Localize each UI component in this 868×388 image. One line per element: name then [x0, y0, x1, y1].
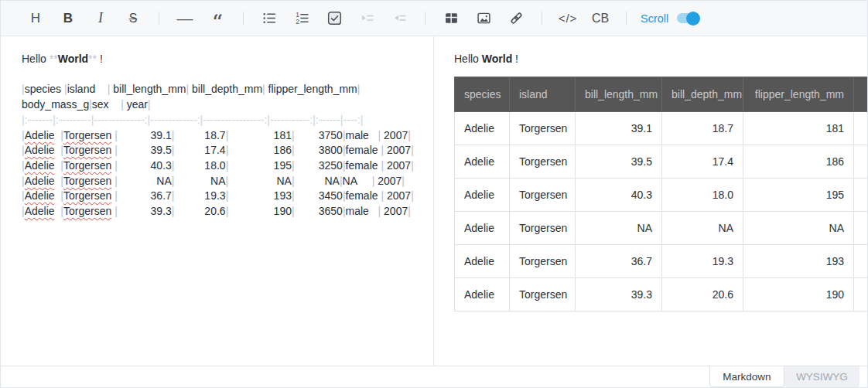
markdown-marker: |: [357, 83, 361, 95]
text-segment: World: [58, 53, 88, 65]
preview-pane: Hello World ! speciesislandbill_length_m…: [434, 36, 867, 366]
table-cell: Adelie: [455, 244, 510, 277]
markdown-marker: **: [50, 53, 58, 65]
text-segment: male: [346, 205, 378, 217]
table-row: AdelieTorgersen39.517.41863800: [455, 145, 868, 178]
misspelled-word: Adelie: [25, 189, 55, 202]
code-block-button[interactable]: CB: [589, 7, 612, 30]
link-button[interactable]: [504, 7, 528, 30]
table-button[interactable]: [439, 7, 463, 30]
column-header: bill_depth_mm: [662, 77, 743, 111]
text-segment: 18.0: [174, 159, 225, 172]
quote-button[interactable]: “: [206, 7, 229, 30]
italic-icon: I: [98, 10, 103, 26]
scroll-toggle[interactable]: [677, 13, 699, 23]
indent-button: [355, 7, 378, 30]
text-segment: 2007: [381, 205, 408, 217]
table-cell: NA: [854, 211, 868, 244]
text-segment: male: [346, 129, 378, 141]
text-segment: World: [482, 53, 512, 65]
horizontal-rule-button[interactable]: —: [173, 7, 196, 30]
text-segment: female: [346, 144, 381, 156]
italic-button[interactable]: I: [89, 7, 112, 30]
text-segment: 181: [228, 129, 292, 141]
preview-table: speciesislandbill_length_mmbill_depth_mm…: [454, 77, 867, 311]
markdown-line: |Adelie |Torgersen | 40.3| 18.0| 195| 32…: [22, 158, 422, 174]
text-segment: 18.7: [174, 129, 225, 141]
text-segment: 39.5: [118, 144, 172, 156]
table-row: AdelieTorgersenNANANANA: [455, 211, 868, 244]
table-cell: NA: [662, 211, 743, 244]
misspelled-word: Torgersen: [63, 159, 111, 172]
table-cell: 3750: [854, 111, 868, 145]
markdown-line: |Adelie |Torgersen | 39.1| 18.7| 181| 37…: [22, 128, 422, 144]
table-cell: Adelie: [455, 178, 510, 211]
code-block-icon: CB: [592, 12, 609, 26]
outdent-button: [388, 7, 411, 30]
misspelled-word: Adelie: [25, 205, 55, 217]
link-icon: [509, 11, 524, 26]
editor-content: Hello **World** !|species |island | bill…: [1, 36, 867, 366]
ordered-list-icon: 12: [295, 11, 309, 26]
ordered-list-button[interactable]: 12: [290, 7, 313, 30]
text-segment: 39.1: [118, 129, 172, 141]
table-cell: 3800: [854, 145, 868, 178]
table-row: AdelieTorgersen36.719.31933450: [455, 244, 868, 277]
misspelled-word: Torgersen: [63, 189, 111, 202]
toolbar-divider: [626, 12, 627, 25]
table-cell: 181: [743, 111, 854, 145]
image-button[interactable]: [472, 7, 495, 30]
markdown-line: |Adelie |Torgersen | NA| NA| NA| NA|NA |…: [22, 174, 422, 189]
text-segment: NA: [295, 175, 340, 187]
table-row: AdelieTorgersen39.118.71813750: [455, 111, 868, 145]
markdown-marker: **: [88, 53, 97, 65]
text-segment: 19.3: [174, 189, 225, 202]
table-cell: 40.3: [576, 178, 662, 211]
indent-icon: [360, 11, 374, 26]
markdown-marker: |: [411, 144, 414, 156]
table-cell: 3250: [854, 178, 868, 211]
text-segment: 193: [228, 189, 292, 202]
scroll-label: Scroll: [641, 12, 668, 25]
table-cell: 195: [743, 178, 854, 211]
text-segment: body_mass_g: [22, 98, 89, 111]
headings-button[interactable]: H: [24, 7, 47, 30]
column-header: flipper_length_mm: [743, 77, 854, 111]
inline-code-button[interactable]: </>: [556, 7, 579, 30]
table-cell: NA: [576, 211, 662, 244]
text-segment: NA: [174, 175, 225, 187]
markdown-marker: |: [402, 175, 405, 187]
markdown-marker: |: [411, 159, 414, 172]
check-list-button[interactable]: [323, 7, 346, 30]
image-icon: [477, 11, 491, 26]
text-segment: year: [124, 98, 148, 111]
table-cell: 17.4: [662, 145, 743, 178]
text-segment: 3750: [295, 129, 343, 141]
text-segment: 39.3: [118, 205, 172, 217]
tab-wysiwyg[interactable]: WYSIWYG: [784, 366, 859, 387]
strikethrough-button[interactable]: S: [121, 7, 145, 30]
table-cell: 36.7: [576, 244, 662, 277]
misspelled-word: Torgersen: [63, 205, 111, 217]
markdown-marker: |: [408, 129, 411, 141]
bold-button[interactable]: B: [56, 7, 80, 30]
footer-tab-bar: MarkdownWYSIWYG: [1, 366, 867, 387]
table-cell: Torgersen: [510, 277, 576, 311]
outdent-icon: [392, 11, 407, 26]
tab-markdown[interactable]: Markdown: [709, 366, 784, 387]
text-segment: bill_length_mm: [110, 83, 186, 95]
markdown-marker: |: [148, 98, 151, 111]
text-segment: sex: [92, 98, 121, 111]
unordered-list-button[interactable]: [258, 7, 281, 30]
text-segment: Hello: [22, 53, 50, 65]
table-cell: Torgersen: [510, 178, 576, 211]
table-cell: 186: [743, 145, 854, 178]
text-segment: NA: [118, 175, 172, 187]
markdown-source-pane[interactable]: Hello **World** !|species |island | bill…: [1, 36, 434, 366]
table-cell: 18.0: [662, 178, 743, 211]
markdown-line: |Adelie |Torgersen | 39.3| 20.6| 190| 36…: [22, 204, 422, 220]
table-cell: Adelie: [455, 111, 510, 145]
table-row: AdelieTorgersen40.318.01953250: [455, 178, 868, 211]
table-cell: 190: [743, 277, 854, 311]
text-segment: !: [512, 53, 518, 65]
